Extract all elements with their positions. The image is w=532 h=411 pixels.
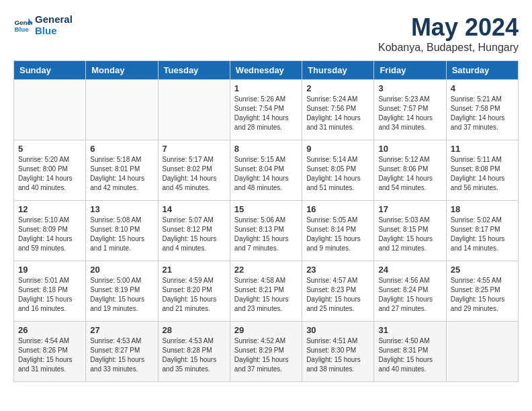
day-number: 28	[163, 325, 226, 335]
logo: General Blue General Blue	[13, 13, 73, 36]
calendar-cell: 28Sunrise: 4:53 AMSunset: 8:28 PMDayligh…	[158, 322, 230, 382]
day-info: Sunrise: 4:58 AMSunset: 8:21 PMDaylight:…	[234, 276, 298, 314]
day-number: 12	[18, 204, 81, 214]
calendar-cell: 31Sunrise: 4:50 AMSunset: 8:31 PMDayligh…	[374, 322, 446, 382]
calendar-cell: 8Sunrise: 5:15 AMSunset: 8:04 PMDaylight…	[230, 140, 302, 201]
calendar-cell: 24Sunrise: 4:56 AMSunset: 8:24 PMDayligh…	[374, 261, 446, 322]
day-info: Sunrise: 4:54 AMSunset: 8:26 PMDaylight:…	[18, 336, 81, 374]
day-number: 4	[451, 83, 514, 93]
day-info: Sunrise: 4:59 AMSunset: 8:20 PMDaylight:…	[163, 276, 226, 314]
day-number: 1	[234, 83, 298, 93]
logo-line1: General	[35, 13, 73, 25]
day-info: Sunrise: 5:23 AMSunset: 7:57 PMDaylight:…	[378, 95, 441, 132]
day-info: Sunrise: 4:53 AMSunset: 8:28 PMDaylight:…	[163, 336, 226, 374]
calendar-cell: 1Sunrise: 5:26 AMSunset: 7:54 PMDaylight…	[230, 80, 302, 140]
calendar-cell	[158, 80, 230, 140]
calendar-cell: 12Sunrise: 5:10 AMSunset: 8:09 PMDayligh…	[14, 201, 86, 261]
day-number: 25	[451, 265, 514, 275]
day-info: Sunrise: 5:17 AMSunset: 8:02 PMDaylight:…	[163, 155, 226, 193]
day-info: Sunrise: 5:12 AMSunset: 8:06 PMDaylight:…	[378, 155, 441, 193]
day-number: 9	[306, 144, 369, 154]
day-info: Sunrise: 4:57 AMSunset: 8:23 PMDaylight:…	[306, 276, 369, 314]
header: General Blue General Blue May 2024 Koban…	[13, 13, 519, 54]
calendar-week-row: 12Sunrise: 5:10 AMSunset: 8:09 PMDayligh…	[14, 201, 519, 261]
calendar-cell: 10Sunrise: 5:12 AMSunset: 8:06 PMDayligh…	[374, 140, 446, 201]
calendar-cell: 14Sunrise: 5:07 AMSunset: 8:12 PMDayligh…	[158, 201, 230, 261]
day-info: Sunrise: 4:53 AMSunset: 8:27 PMDaylight:…	[90, 336, 153, 374]
calendar-cell: 4Sunrise: 5:21 AMSunset: 7:58 PMDaylight…	[446, 80, 518, 140]
day-number: 21	[163, 265, 226, 275]
calendar-cell: 25Sunrise: 4:55 AMSunset: 8:25 PMDayligh…	[446, 261, 518, 322]
calendar-cell: 17Sunrise: 5:03 AMSunset: 8:15 PMDayligh…	[374, 201, 446, 261]
calendar-subtitle: Kobanya, Budapest, Hungary	[378, 42, 519, 54]
weekday-header: Sunday	[14, 61, 86, 80]
day-number: 20	[90, 265, 153, 275]
day-number: 18	[451, 204, 514, 214]
day-number: 13	[90, 204, 153, 214]
day-number: 10	[378, 144, 441, 154]
day-number: 30	[306, 325, 369, 335]
calendar-cell: 3Sunrise: 5:23 AMSunset: 7:57 PMDaylight…	[374, 80, 446, 140]
day-info: Sunrise: 5:10 AMSunset: 8:09 PMDaylight:…	[18, 216, 81, 253]
calendar-cell: 20Sunrise: 5:00 AMSunset: 8:19 PMDayligh…	[86, 261, 158, 322]
weekday-header: Monday	[86, 61, 158, 80]
day-info: Sunrise: 5:24 AMSunset: 7:56 PMDaylight:…	[306, 95, 369, 132]
day-number: 6	[90, 144, 153, 154]
calendar-cell: 27Sunrise: 4:53 AMSunset: 8:27 PMDayligh…	[86, 322, 158, 382]
weekday-header: Saturday	[446, 61, 518, 80]
logo-icon: General Blue	[13, 15, 32, 34]
day-info: Sunrise: 5:14 AMSunset: 8:05 PMDaylight:…	[306, 155, 369, 193]
calendar-cell: 6Sunrise: 5:18 AMSunset: 8:01 PMDaylight…	[86, 140, 158, 201]
calendar-cell	[14, 80, 86, 140]
day-info: Sunrise: 4:51 AMSunset: 8:30 PMDaylight:…	[306, 336, 369, 374]
calendar-cell: 15Sunrise: 5:06 AMSunset: 8:13 PMDayligh…	[230, 201, 302, 261]
day-info: Sunrise: 5:26 AMSunset: 7:54 PMDaylight:…	[234, 95, 298, 132]
day-info: Sunrise: 5:18 AMSunset: 8:01 PMDaylight:…	[90, 155, 153, 193]
day-number: 22	[234, 265, 298, 275]
day-info: Sunrise: 5:00 AMSunset: 8:19 PMDaylight:…	[90, 276, 153, 314]
calendar-cell: 11Sunrise: 5:11 AMSunset: 8:08 PMDayligh…	[446, 140, 518, 201]
day-info: Sunrise: 5:11 AMSunset: 8:08 PMDaylight:…	[451, 155, 514, 193]
calendar-title: May 2024	[378, 13, 519, 42]
calendar-week-row: 5Sunrise: 5:20 AMSunset: 8:00 PMDaylight…	[14, 140, 519, 201]
calendar-cell: 22Sunrise: 4:58 AMSunset: 8:21 PMDayligh…	[230, 261, 302, 322]
day-info: Sunrise: 5:06 AMSunset: 8:13 PMDaylight:…	[234, 216, 298, 253]
calendar-cell: 7Sunrise: 5:17 AMSunset: 8:02 PMDaylight…	[158, 140, 230, 201]
day-info: Sunrise: 4:50 AMSunset: 8:31 PMDaylight:…	[378, 336, 441, 374]
day-number: 2	[306, 83, 369, 93]
day-info: Sunrise: 5:20 AMSunset: 8:00 PMDaylight:…	[18, 155, 81, 193]
day-info: Sunrise: 5:02 AMSunset: 8:17 PMDaylight:…	[451, 216, 514, 253]
calendar-cell: 16Sunrise: 5:05 AMSunset: 8:14 PMDayligh…	[302, 201, 374, 261]
day-number: 16	[306, 204, 369, 214]
day-number: 11	[451, 144, 514, 154]
day-info: Sunrise: 4:56 AMSunset: 8:24 PMDaylight:…	[378, 276, 441, 314]
day-number: 14	[163, 204, 226, 214]
day-number: 24	[378, 265, 441, 275]
day-info: Sunrise: 5:21 AMSunset: 7:58 PMDaylight:…	[451, 95, 514, 132]
day-info: Sunrise: 5:15 AMSunset: 8:04 PMDaylight:…	[234, 155, 298, 193]
weekday-header: Wednesday	[230, 61, 302, 80]
calendar-cell: 2Sunrise: 5:24 AMSunset: 7:56 PMDaylight…	[302, 80, 374, 140]
calendar-week-row: 26Sunrise: 4:54 AMSunset: 8:26 PMDayligh…	[14, 322, 519, 382]
day-number: 3	[378, 83, 441, 93]
calendar-cell: 13Sunrise: 5:08 AMSunset: 8:10 PMDayligh…	[86, 201, 158, 261]
day-info: Sunrise: 4:52 AMSunset: 8:29 PMDaylight:…	[234, 336, 298, 374]
calendar-cell: 29Sunrise: 4:52 AMSunset: 8:29 PMDayligh…	[230, 322, 302, 382]
day-number: 8	[234, 144, 298, 154]
day-number: 7	[163, 144, 226, 154]
day-number: 23	[306, 265, 369, 275]
calendar-cell: 9Sunrise: 5:14 AMSunset: 8:05 PMDaylight…	[302, 140, 374, 201]
weekday-header-row: SundayMondayTuesdayWednesdayThursdayFrid…	[14, 61, 519, 80]
day-number: 27	[90, 325, 153, 335]
calendar-cell: 21Sunrise: 4:59 AMSunset: 8:20 PMDayligh…	[158, 261, 230, 322]
calendar-cell: 30Sunrise: 4:51 AMSunset: 8:30 PMDayligh…	[302, 322, 374, 382]
day-info: Sunrise: 4:55 AMSunset: 8:25 PMDaylight:…	[451, 276, 514, 314]
calendar-week-row: 1Sunrise: 5:26 AMSunset: 7:54 PMDaylight…	[14, 80, 519, 140]
calendar-cell	[86, 80, 158, 140]
day-number: 19	[18, 265, 81, 275]
calendar-cell: 26Sunrise: 4:54 AMSunset: 8:26 PMDayligh…	[14, 322, 86, 382]
weekday-header: Tuesday	[158, 61, 230, 80]
calendar-cell: 18Sunrise: 5:02 AMSunset: 8:17 PMDayligh…	[446, 201, 518, 261]
calendar-table: SundayMondayTuesdayWednesdayThursdayFrid…	[13, 60, 519, 382]
day-info: Sunrise: 5:07 AMSunset: 8:12 PMDaylight:…	[163, 216, 226, 253]
